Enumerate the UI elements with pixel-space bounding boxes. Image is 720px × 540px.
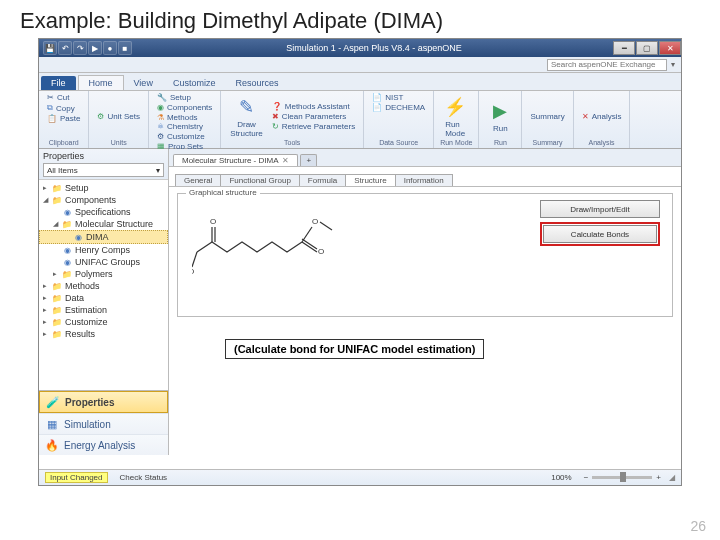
workspace: Properties All Items ▾ ▸📁Setup ◢📁Compone…	[39, 149, 681, 455]
plus-icon: +	[306, 156, 311, 165]
qat-stop-icon[interactable]: ■	[118, 41, 132, 55]
nav-simulation-button[interactable]: ▦Simulation	[39, 413, 168, 434]
qat-next-icon[interactable]: ▶	[88, 41, 102, 55]
doc-tab-add[interactable]: +	[300, 154, 317, 166]
tab-view[interactable]: View	[124, 76, 163, 90]
summary-button[interactable]: Summary	[528, 112, 566, 121]
zoom-thumb[interactable]	[620, 472, 626, 482]
tab-general[interactable]: General	[175, 174, 221, 186]
form-icon: ◉	[62, 245, 72, 255]
clean-icon: ✖	[272, 112, 279, 121]
run-group-label: Run	[485, 139, 515, 146]
chevron-down-icon: ▾	[156, 166, 160, 175]
resize-grip-icon[interactable]: ◢	[669, 473, 675, 482]
pencil-icon: ✎	[235, 95, 259, 119]
tree-results[interactable]: ▸📁Results	[39, 328, 168, 340]
qat-run-icon[interactable]: ●	[103, 41, 117, 55]
tab-file[interactable]: File	[41, 76, 76, 90]
zoom-label: 100%	[547, 473, 575, 482]
ribbon: ✂Cut ⧉Copy 📋Paste Clipboard ⚙Unit Sets U…	[39, 91, 681, 149]
form-icon: ◉	[73, 232, 83, 242]
tab-resources[interactable]: Resources	[225, 76, 288, 90]
doc-tab-dima[interactable]: Molecular Structure - DIMA✕	[173, 154, 298, 166]
unitsets-button[interactable]: ⚙Unit Sets	[95, 112, 141, 121]
zoom-track[interactable]	[592, 476, 652, 479]
qat-undo-icon[interactable]: ↶	[58, 41, 72, 55]
runmode-button[interactable]: ⚡Run Mode	[440, 94, 470, 139]
folder-icon: 📁	[52, 281, 62, 291]
clean-label: Clean Parameters	[282, 112, 346, 121]
tree-data[interactable]: ▸📁Data	[39, 292, 168, 304]
close-button[interactable]: ✕	[659, 41, 681, 55]
document-tabs: Molecular Structure - DIMA✕ +	[169, 149, 681, 167]
analysis-label: Analysis	[592, 112, 622, 121]
tree-unifac[interactable]: ◉UNIFAC Groups	[39, 256, 168, 268]
quick-access-toolbar: 💾 ↶ ↷ ▶ ● ■	[39, 41, 136, 55]
draw-structure-button[interactable]: ✎Draw Structure	[227, 94, 265, 139]
cut-button[interactable]: ✂Cut	[45, 93, 82, 102]
zoom-slider[interactable]: − +	[584, 473, 661, 482]
close-tab-icon[interactable]: ✕	[282, 156, 289, 165]
tab-customize[interactable]: Customize	[163, 76, 226, 90]
nist-button[interactable]: 📄NIST	[370, 93, 427, 102]
tree-henry[interactable]: ◉Henry Comps	[39, 244, 168, 256]
tab-functional-group[interactable]: Functional Group	[220, 174, 299, 186]
tree-molstruct-label: Molecular Structure	[75, 219, 153, 229]
draw-label: Draw Structure	[230, 120, 262, 138]
qat-redo-icon[interactable]: ↷	[73, 41, 87, 55]
nist-label: NIST	[385, 93, 403, 102]
customize-icon: ⚙	[157, 132, 164, 141]
nav-customize-button[interactable]: ⚙Customize	[155, 132, 214, 141]
nav-setup-button[interactable]: 🔧Setup	[155, 93, 214, 102]
maximize-button[interactable]: ▢	[636, 41, 658, 55]
window-title: Simulation 1 - Aspen Plus V8.4 - aspenON…	[136, 43, 612, 53]
retrieve-label: Retrieve Parameters	[282, 122, 355, 131]
retrieve-params-button[interactable]: ↻Retrieve Parameters	[270, 122, 357, 131]
highlight-box: Calculate Bonds	[540, 222, 660, 246]
status-check[interactable]: Check Status	[116, 473, 172, 482]
tab-structure[interactable]: Structure	[345, 174, 395, 186]
search-input[interactable]	[547, 59, 667, 71]
tab-formula[interactable]: Formula	[299, 174, 346, 186]
tree-methods[interactable]: ▸📁Methods	[39, 280, 168, 292]
analysis-button[interactable]: ✕Analysis	[580, 112, 624, 121]
paste-button[interactable]: 📋Paste	[45, 114, 82, 123]
nav-energy-button[interactable]: 🔥Energy Analysis	[39, 434, 168, 455]
nav-methods-button[interactable]: ⚗Methods	[155, 113, 214, 122]
tree-dima-label: DIMA	[86, 232, 109, 242]
tree-molecular-structure[interactable]: ◢📁Molecular Structure	[39, 218, 168, 230]
nav-filter-dropdown[interactable]: All Items ▾	[43, 163, 164, 177]
tree-setup[interactable]: ▸📁Setup	[39, 182, 168, 194]
nav-properties-button[interactable]: 🧪Properties	[39, 391, 168, 413]
datasource-group-label: Data Source	[370, 139, 427, 146]
minimize-button[interactable]: ━	[613, 41, 635, 55]
copy-button[interactable]: ⧉Copy	[45, 103, 82, 113]
dechema-button[interactable]: 📄DECHEMA	[370, 103, 427, 112]
nav-properties-label: Properties	[65, 397, 114, 408]
tree-polymers[interactable]: ▸📁Polymers	[39, 268, 168, 280]
methods-assistant-button[interactable]: ❓Methods Assistant	[270, 102, 357, 111]
nav-bottom: 🧪Properties ▦Simulation 🔥Energy Analysis	[39, 390, 168, 455]
zoom-out-icon[interactable]: −	[584, 473, 589, 482]
tree-customize[interactable]: ▸📁Customize	[39, 316, 168, 328]
ribbon-group-tools: ✎Draw Structure ❓Methods Assistant ✖Clea…	[221, 91, 364, 148]
status-input-changed[interactable]: Input Changed	[45, 472, 108, 483]
tree-estimation[interactable]: ▸📁Estimation	[39, 304, 168, 316]
draw-import-edit-button[interactable]: Draw/Import/Edit	[540, 200, 660, 218]
doc-tab-label: Molecular Structure - DIMA	[182, 156, 278, 165]
tab-information[interactable]: Information	[395, 174, 453, 186]
calculate-bonds-button[interactable]: Calculate Bonds	[543, 225, 657, 243]
nav-chemistry-button[interactable]: ⚛Chemistry	[155, 122, 214, 131]
nav-components-button[interactable]: ◉Components	[155, 103, 214, 112]
tree-specifications[interactable]: ◉Specifications	[39, 206, 168, 218]
qat-save-icon[interactable]: 💾	[43, 41, 57, 55]
svg-text:O: O	[312, 217, 318, 226]
tree-components-label: Components	[65, 195, 116, 205]
tree-dima[interactable]: ◉DIMA	[39, 230, 168, 244]
zoom-in-icon[interactable]: +	[656, 473, 661, 482]
tab-home[interactable]: Home	[78, 75, 124, 90]
tree-components[interactable]: ◢📁Components	[39, 194, 168, 206]
clean-params-button[interactable]: ✖Clean Parameters	[270, 112, 357, 121]
run-button[interactable]: ▶Run	[485, 98, 515, 134]
search-dropdown-icon[interactable]: ▾	[671, 60, 675, 69]
